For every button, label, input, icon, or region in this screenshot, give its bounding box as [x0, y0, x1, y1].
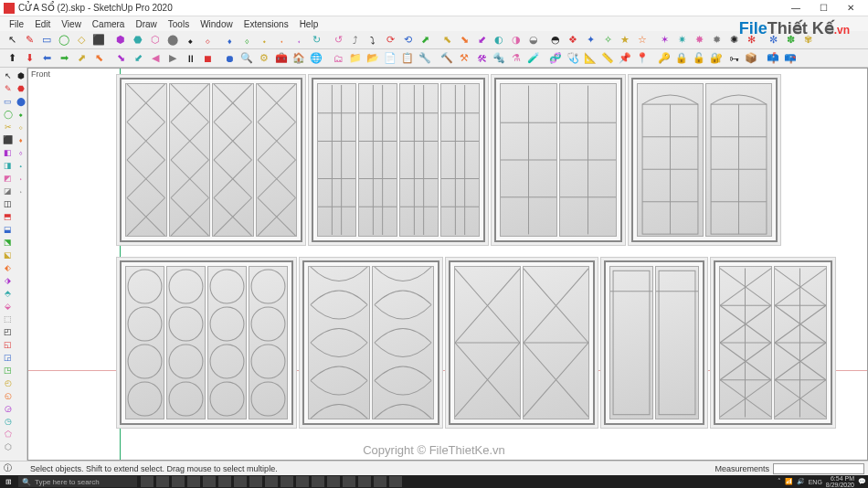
tool-button[interactable]: ⬧: [15, 133, 26, 145]
tool-button[interactable]: ◳: [2, 364, 14, 376]
toolbar-button[interactable]: ⬊: [112, 50, 129, 67]
toolbar-button[interactable]: 🔧: [417, 50, 433, 67]
toolbar-button[interactable]: ⬅: [38, 50, 55, 67]
tool-button[interactable]: ⬩: [15, 159, 26, 171]
measurements-input[interactable]: [773, 463, 864, 474]
toolbar-button[interactable]: 📐: [582, 50, 598, 67]
toolbar-button[interactable]: ↻: [308, 32, 324, 48]
start-button[interactable]: ⊞: [2, 475, 15, 488]
door-model[interactable]: [312, 78, 485, 242]
toolbar-button[interactable]: 🩺: [565, 50, 581, 67]
tool-button[interactable]: ⬗: [2, 274, 14, 286]
toolbar-button[interactable]: ⬤: [164, 32, 181, 48]
toolbar-button[interactable]: 📦: [743, 50, 759, 67]
tool-button[interactable]: ⬢: [15, 69, 26, 81]
tray-sound-icon[interactable]: 🔊: [797, 478, 805, 485]
taskbar-app[interactable]: [281, 476, 293, 487]
toolbar-button[interactable]: 📌: [617, 50, 633, 67]
toolbar-button[interactable]: 📋: [399, 50, 416, 67]
toolbar-button[interactable]: 🏠: [291, 50, 307, 67]
toolbar-button[interactable]: ⬉: [90, 50, 107, 67]
toolbar-button[interactable]: ✦: [582, 32, 598, 48]
taskbar-app[interactable]: [141, 476, 153, 487]
tool-button[interactable]: ⬚: [2, 313, 14, 324]
toolbar-button[interactable]: ⟲: [399, 32, 416, 48]
tool-button[interactable]: ◱: [2, 338, 14, 350]
toolbar-button[interactable]: ▭: [38, 32, 55, 48]
tool-button[interactable]: ◩: [2, 172, 14, 184]
toolbar-button[interactable]: ✷: [673, 32, 690, 48]
tool-button[interactable]: ⬕: [2, 249, 14, 260]
taskbar-app[interactable]: [234, 476, 247, 487]
tool-button[interactable]: ✂: [2, 121, 14, 133]
toolbar-button[interactable]: ⬨: [238, 32, 255, 48]
toolbar-button[interactable]: 🛠: [473, 50, 490, 67]
tray-wifi-icon[interactable]: 📶: [785, 478, 793, 485]
toolbar-button[interactable]: ▶: [164, 50, 181, 67]
toolbar-button[interactable]: ⬦: [199, 32, 216, 48]
taskbar-app[interactable]: [343, 476, 355, 487]
toolbar-button[interactable]: ⏺: [221, 50, 238, 67]
maximize-button[interactable]: ☐: [810, 0, 837, 16]
toolbar-button[interactable]: ⬥: [182, 32, 198, 48]
tool-button[interactable]: ⬙: [2, 300, 14, 312]
toolbar-button[interactable]: ◓: [547, 32, 564, 48]
tool-button[interactable]: ◵: [2, 389, 14, 401]
toolbar-button[interactable]: ↖: [4, 32, 20, 48]
tool-button[interactable]: ⬥: [15, 108, 26, 120]
menu-file[interactable]: File: [4, 19, 29, 29]
door-model[interactable]: [494, 78, 622, 242]
door-model[interactable]: [302, 260, 439, 425]
taskbar-app[interactable]: [172, 476, 185, 487]
toolbar-button[interactable]: ☆: [634, 32, 651, 48]
toolbar-button[interactable]: ⬫: [291, 32, 307, 48]
toolbar-button[interactable]: ❖: [565, 32, 581, 48]
tool-button[interactable]: ⬡: [2, 440, 14, 452]
viewport[interactable]: Front: [27, 68, 868, 461]
toolbar-button[interactable]: ⚗: [508, 50, 524, 67]
toolbar-button[interactable]: 🔓: [691, 50, 707, 67]
toolbar-button[interactable]: ⬆: [4, 50, 20, 67]
toolbar-button[interactable]: ⚙: [256, 50, 272, 67]
taskbar-app[interactable]: [296, 476, 309, 487]
tool-button[interactable]: ◶: [2, 402, 14, 414]
toolbar-button[interactable]: 🧬: [547, 50, 564, 67]
toolbar-button[interactable]: 📏: [599, 50, 616, 67]
tool-button[interactable]: ◰: [2, 325, 14, 337]
tool-button[interactable]: ◷: [2, 415, 14, 427]
taskbar-search[interactable]: 🔍 Type here to search: [18, 476, 137, 487]
tool-button[interactable]: ◪: [2, 185, 14, 196]
toolbar-button[interactable]: 🌐: [308, 50, 324, 67]
taskbar-app[interactable]: [203, 476, 216, 487]
menu-tools[interactable]: Tools: [163, 19, 195, 29]
toolbar-button[interactable]: ⬛: [90, 32, 107, 48]
taskbar-app[interactable]: [312, 476, 324, 487]
tool-button[interactable]: ⬣: [15, 82, 26, 94]
tool-button[interactable]: ⬨: [15, 146, 26, 158]
toolbar-button[interactable]: ⬇: [21, 50, 37, 67]
toolbar-button[interactable]: ✹: [708, 32, 725, 48]
toolbar-button[interactable]: ◯: [56, 32, 72, 48]
tool-button[interactable]: ⬛: [2, 133, 14, 145]
toolbar-button[interactable]: ✶: [656, 32, 672, 48]
tool-button[interactable]: ⬔: [2, 236, 14, 248]
close-button[interactable]: ✕: [837, 0, 864, 16]
toolbar-button[interactable]: ⬣: [130, 32, 146, 48]
toolbar-button[interactable]: ⟳: [382, 32, 398, 48]
toolbar-button[interactable]: ⬋: [473, 32, 490, 48]
taskbar-app[interactable]: [327, 476, 340, 487]
taskbar-app[interactable]: [389, 476, 402, 487]
toolbar-button[interactable]: ⬧: [221, 32, 238, 48]
toolbar-button[interactable]: ⬈: [417, 32, 433, 48]
toolbar-button[interactable]: ⬢: [112, 32, 129, 48]
toolbar-button[interactable]: ⚒: [456, 50, 472, 67]
toolbar-button[interactable]: 🔩: [491, 50, 507, 67]
toolbar-button[interactable]: ◑: [508, 32, 524, 48]
tool-button[interactable]: ◨: [2, 159, 14, 171]
toolbar-button[interactable]: 🔐: [708, 50, 725, 67]
tool-button[interactable]: ◯: [2, 108, 14, 120]
taskbar-app[interactable]: [374, 476, 386, 487]
tray-chevron-icon[interactable]: ˄: [778, 478, 781, 485]
toolbar-button[interactable]: ⬋: [130, 50, 146, 67]
toolbar-button[interactable]: ⬈: [73, 50, 90, 67]
